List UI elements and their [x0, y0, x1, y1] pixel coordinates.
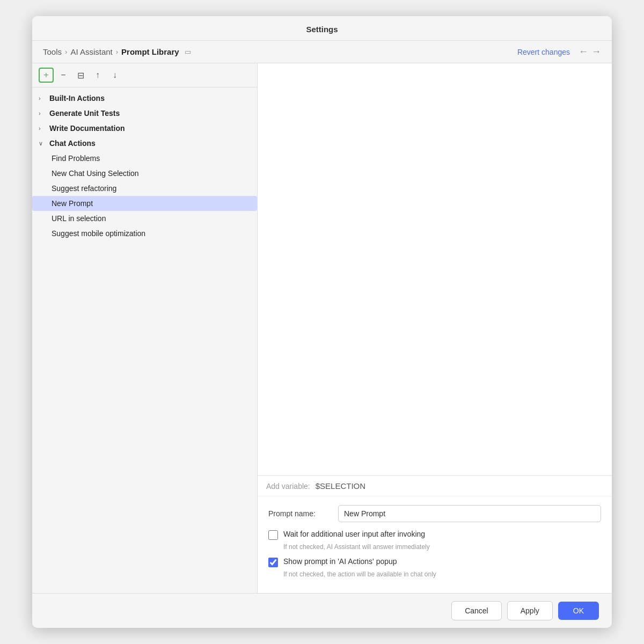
tree-group-built-in-actions[interactable]: › Built-In Actions [32, 91, 257, 106]
show-popup-label: Show prompt in 'AI Actions' popup [283, 557, 397, 566]
chevron-down-icon: ∨ [39, 140, 47, 147]
tree-item-find-problems[interactable]: Find Problems [32, 151, 257, 166]
wait-input-label: Wait for additional user input after inv… [283, 530, 425, 538]
wait-input-row: Wait for additional user input after inv… [268, 530, 601, 540]
chevron-right-icon: › [39, 125, 47, 131]
right-panel: Add variable: $SELECTION Prompt name: Wa… [258, 63, 612, 593]
tree-group-write-documentation[interactable]: › Write Documentation [32, 121, 257, 136]
breadcrumb-prompt-library[interactable]: Prompt Library [121, 47, 179, 56]
prompt-textarea[interactable] [258, 63, 612, 475]
copy-button[interactable]: ⊟ [73, 68, 88, 83]
ok-button[interactable]: OK [558, 602, 599, 620]
tree-item-label: Suggest mobile optimization [52, 229, 145, 238]
wait-input-hint: If not checked, AI Assistant will answer… [283, 543, 601, 551]
nav-back-button[interactable]: ← [579, 46, 588, 57]
left-panel: + − ⊟ ↑ ↓ › Built-In Actions › Generate … [32, 63, 258, 593]
tree-item-label: Suggest refactoring [52, 184, 116, 193]
tree-item-new-prompt[interactable]: New Prompt [32, 196, 257, 211]
revert-changes-button[interactable]: Revert changes [517, 48, 570, 56]
breadcrumb-sep-2: › [116, 48, 118, 56]
chevron-right-icon: › [39, 95, 47, 101]
breadcrumb-bar: Tools › AI Assistant › Prompt Library ▭ … [32, 41, 612, 63]
breadcrumb-sep-1: › [65, 48, 67, 56]
apply-button[interactable]: Apply [507, 601, 553, 620]
nav-forward-button[interactable]: → [591, 46, 601, 57]
show-popup-row: Show prompt in 'AI Actions' popup [268, 557, 601, 567]
tree-item-label: URL in selection [52, 214, 106, 223]
content-area: + − ⊟ ↑ ↓ › Built-In Actions › Generate … [32, 63, 612, 593]
form-area: Prompt name: Wait for additional user in… [258, 496, 612, 593]
tree-item-label: New Prompt [52, 199, 93, 208]
show-popup-hint: If not checked, the action will be avail… [283, 570, 601, 578]
prompt-name-label: Prompt name: [268, 509, 338, 518]
prompt-name-input[interactable] [338, 505, 601, 522]
tree-item-label: Find Problems [52, 154, 100, 163]
cancel-button[interactable]: Cancel [451, 601, 502, 620]
tree-group-label: Built-In Actions [49, 94, 105, 103]
settings-dialog: Settings Tools › AI Assistant › Prompt L… [32, 16, 612, 628]
add-variable-bar: Add variable: $SELECTION [258, 475, 612, 496]
toolbar: + − ⊟ ↑ ↓ [32, 63, 257, 87]
tree-item-suggest-mobile-optimization[interactable]: Suggest mobile optimization [32, 226, 257, 241]
add-button[interactable]: + [39, 68, 54, 83]
prompt-editor-area [258, 63, 612, 475]
variable-tag[interactable]: $SELECTION [316, 481, 365, 491]
add-variable-label: Add variable: [266, 482, 310, 491]
breadcrumb-ai-assistant[interactable]: AI Assistant [70, 47, 112, 56]
tree-group-label: Chat Actions [49, 139, 96, 148]
move-up-button[interactable]: ↑ [90, 68, 105, 83]
tree-item-new-chat-using-selection[interactable]: New Chat Using Selection [32, 166, 257, 181]
prompt-name-row: Prompt name: [268, 505, 601, 522]
breadcrumb: Tools › AI Assistant › Prompt Library ▭ [43, 47, 517, 56]
tree-group-generate-unit-tests[interactable]: › Generate Unit Tests [32, 106, 257, 121]
wait-input-checkbox[interactable] [268, 530, 278, 540]
window-icon: ▭ [185, 48, 191, 56]
breadcrumb-tools[interactable]: Tools [43, 47, 62, 56]
move-down-button[interactable]: ↓ [107, 68, 122, 83]
tree-item-url-in-selection[interactable]: URL in selection [32, 211, 257, 226]
tree-item-suggest-refactoring[interactable]: Suggest refactoring [32, 181, 257, 196]
dialog-title: Settings [32, 16, 612, 41]
tree-group-label: Generate Unit Tests [49, 109, 120, 118]
tree: › Built-In Actions › Generate Unit Tests… [32, 87, 257, 593]
tree-item-label: New Chat Using Selection [52, 169, 139, 178]
nav-arrows: ← → [579, 46, 601, 57]
show-popup-checkbox[interactable] [268, 558, 278, 567]
remove-button[interactable]: − [56, 68, 71, 83]
tree-group-chat-actions[interactable]: ∨ Chat Actions [32, 136, 257, 151]
tree-group-label: Write Documentation [49, 124, 125, 133]
dialog-footer: Cancel Apply OK [32, 593, 612, 628]
chevron-right-icon: › [39, 110, 47, 116]
